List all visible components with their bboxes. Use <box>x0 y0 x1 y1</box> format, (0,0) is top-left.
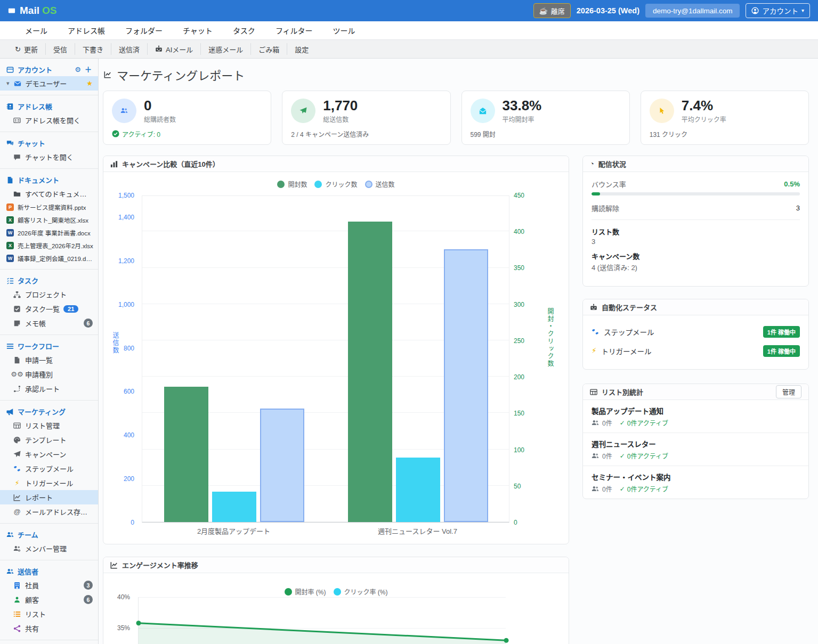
toolbar-settings[interactable]: 設定 <box>287 43 316 55</box>
nav-item-6[interactable]: ツール <box>323 21 366 39</box>
sidebar-item-open-chat[interactable]: チャットを開く <box>0 150 98 164</box>
toolbar-trash[interactable]: ごみ箱 <box>251 43 287 55</box>
toolbar-drafts-label: 下書き <box>83 44 103 54</box>
file-type-icon: X <box>6 216 14 224</box>
toolbar-sent-label: 送信済 <box>119 44 140 54</box>
star-icon[interactable]: ★ <box>86 79 93 87</box>
stat-label: 平均クリック率 <box>682 115 726 124</box>
sidebar-item-reports[interactable]: レポート <box>0 490 98 504</box>
sidebar-item-customers[interactable]: 顧客6 <box>0 592 98 607</box>
list-name: 週刊ニュースレター <box>592 438 800 449</box>
mail-toolbar: ↻更新受信下書き送信済AIメール迷惑メールごみ箱設定 <box>0 40 818 59</box>
sidebar-section-header-marketing: マーケティング <box>0 405 98 418</box>
sidebar-item-task-list[interactable]: タスク一覧21 <box>0 301 98 316</box>
sidebar-item-file-4[interactable]: X売上管理表_2026年2月.xlsx <box>0 239 98 252</box>
sidebar-section-header-senders: 送信者 <box>0 565 98 578</box>
sidebar-item-shared[interactable]: 共有 <box>0 621 98 635</box>
share-icon <box>13 625 21 632</box>
table-icon <box>590 388 597 396</box>
nav-item-4[interactable]: タスク <box>223 21 265 39</box>
sidebar-item-applications[interactable]: 申請一覧 <box>0 353 98 367</box>
legend-item[interactable]: クリック数 <box>314 180 357 189</box>
x-axis-label: 週刊ニュースレター Vol.7 <box>378 526 457 536</box>
file-type-icon: W <box>6 229 14 237</box>
sidebar-item-projects[interactable]: プロジェクト <box>0 287 98 301</box>
stat-card-subscribers: 0総購読者数アクティブ: 0 <box>103 91 271 145</box>
nav-item-1[interactable]: アドレス帳 <box>58 21 115 39</box>
nav-item-3[interactable]: チャット <box>173 21 223 39</box>
gears-icon: ⚙⚙ <box>13 371 21 378</box>
nav-item-0[interactable]: メール <box>15 21 58 39</box>
legend-item[interactable]: クリック率 (%) <box>334 587 388 596</box>
stat-card-total-sent: 1,770総送信数2 / 4 キャンペーン送信済み <box>282 91 450 145</box>
page-title-text: マーケティングレポート <box>117 66 245 83</box>
list-name: 製品アップデート通知 <box>592 405 800 416</box>
manage-lists-button[interactable]: 管理 <box>776 385 801 398</box>
sidebar-item-email-verification[interactable]: @メールアドレス存在確認 <box>0 504 98 519</box>
envelope-open-icon <box>471 99 495 123</box>
account-menu-button[interactable]: アカウント ▾ <box>746 3 810 18</box>
sidebar-item-demo-user[interactable]: ▾デモユーザー★ <box>0 76 98 91</box>
sidebar-item-list-management[interactable]: リスト管理 <box>0 418 98 433</box>
axis-tick: 400 <box>514 228 524 235</box>
sidebar-item-all-documents[interactable]: すべてのドキュメント <box>0 186 98 201</box>
brand-logo[interactable]: Mail OS <box>8 5 56 17</box>
route-icon <box>13 385 21 393</box>
sidebar-section-header-chat: チャット <box>0 136 98 150</box>
toolbar-inbox[interactable]: 受信 <box>46 43 75 55</box>
sidebar-item-step-mail[interactable]: ステップメール <box>0 461 98 476</box>
nav-item-5[interactable]: フィルター <box>265 21 323 39</box>
legend-item[interactable]: 開封数 <box>277 180 307 189</box>
sidebar-item-sender-lists[interactable]: リスト <box>0 607 98 621</box>
sidebar-item-application-types[interactable]: ⚙⚙申請種別 <box>0 367 98 381</box>
away-status-button[interactable]: ☕ 離席 <box>533 3 571 18</box>
legend-item[interactable]: 開封率 (%) <box>285 587 326 596</box>
paper-plane-icon <box>13 451 21 458</box>
toolbar-drafts[interactable]: 下書き <box>75 43 111 55</box>
stat-value: 0 <box>144 98 176 113</box>
toolbar-spam[interactable]: 迷惑メール <box>201 43 251 55</box>
main-content: マーケティングレポート 0総購読者数アクティブ: 01,770総送信数2 / 4… <box>99 59 818 644</box>
sidebar-section-label-senders: 送信者 <box>18 566 38 576</box>
file-type-icon: P <box>6 203 14 211</box>
campaign-count-label: キャンペーン数 <box>592 251 800 261</box>
axis-tick: 300 <box>514 301 524 308</box>
nav-item-2[interactable]: フォルダー <box>115 21 173 39</box>
mail-logo-icon <box>8 7 15 14</box>
sidebar-item-trigger-mail[interactable]: ⚡トリガーメール <box>0 476 98 490</box>
sidebar-item-member-management[interactable]: メンバー管理 <box>0 541 98 556</box>
sidebar-item-file-5[interactable]: W議事録_定例会議_0219.docx <box>0 252 98 265</box>
sidebar-section-label-workflow: ワークフロー <box>18 341 59 351</box>
brand-name-os: OS <box>42 5 56 17</box>
toolbar-ai-mail[interactable]: AIメール <box>148 43 201 55</box>
sidebar-item-templates[interactable]: テンプレート <box>0 433 98 447</box>
sidebar-item-file-1[interactable]: P新サービス提案資料.pptx <box>0 201 98 214</box>
sidebar-item-label: 新サービス提案資料.pptx <box>18 203 86 211</box>
x-axis-label: 2月度製品アップデート <box>197 526 270 536</box>
sidebar-item-approval-routes[interactable]: 承認ルート <box>0 381 98 396</box>
list-stats-panel: リスト別統計 管理 製品アップデート通知0件✓0件アクティブ週刊ニュースレター0… <box>582 384 809 499</box>
toolbar-trash-label: ごみ箱 <box>258 44 279 54</box>
count-badge: 21 <box>63 305 78 313</box>
sidebar-item-campaigns[interactable]: キャンペーン <box>0 447 98 461</box>
sidebar-section-workflow: ワークフロー申請一覧⚙⚙申請種別承認ルート <box>0 335 98 401</box>
legend-label: 送信数 <box>376 180 395 189</box>
stat-footer-subscribers: アクティブ: 0 <box>112 129 262 138</box>
toolbar-settings-label: 設定 <box>295 44 309 54</box>
sidebar-item-file-3[interactable]: W2026年度 事業計画書.docx <box>0 226 98 239</box>
stat-footer-text: アクティブ: 0 <box>122 129 160 138</box>
sidebar-item-employees[interactable]: 社員3 <box>0 578 98 592</box>
sidebar-item-notes[interactable]: メモ帳6 <box>0 316 98 330</box>
toolbar-sent[interactable]: 送信済 <box>111 43 148 55</box>
stat-footer-text: 2 / 4 キャンペーン送信済み <box>291 129 369 138</box>
toolbar-refresh[interactable]: ↻更新 <box>7 43 46 55</box>
sidebar-section-label-tasks: タスク <box>18 275 38 286</box>
address-book-icon <box>6 103 14 110</box>
delivery-panel-header: ◔ 配信状況 <box>583 156 808 172</box>
axis-tick: 200 <box>514 373 524 381</box>
sidebar-item-file-2[interactable]: X顧客リスト_関東地区.xlsx <box>0 214 98 226</box>
account-settings-button[interactable]: ⚙ <box>75 66 81 73</box>
legend-item[interactable]: 送信数 <box>365 180 395 189</box>
account-add-button[interactable]: ＋ <box>85 66 92 73</box>
sidebar-item-open-addressbook[interactable]: アドレス帳を開く <box>0 113 98 127</box>
